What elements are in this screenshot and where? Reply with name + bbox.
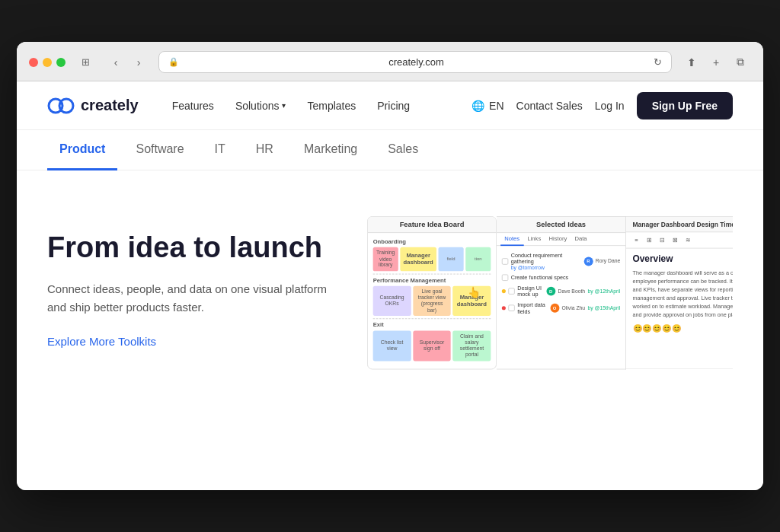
task-label-1: Conduct requirement gathering by @tomorr… bbox=[511, 252, 581, 271]
board-content: Onboarding Training video library Manage… bbox=[368, 233, 496, 368]
contact-sales-link[interactable]: Contact Sales bbox=[516, 100, 583, 112]
traffic-lights bbox=[29, 58, 66, 67]
tab-sales[interactable]: Sales bbox=[376, 130, 430, 170]
task-item-4: Import data fields O Olivia Zhu by @15th… bbox=[502, 300, 621, 317]
onboarding-section: Onboarding bbox=[373, 238, 491, 245]
task-item-2: Create functional specs bbox=[502, 272, 621, 283]
tab-it[interactable]: IT bbox=[203, 130, 238, 170]
tab-icon: ⊞ bbox=[75, 52, 96, 73]
navbar: creately Features Solutions ▾ Templates … bbox=[17, 81, 763, 130]
performance-stickies: Cascading OKRs Live goal tracker view (p… bbox=[373, 286, 491, 316]
format-icon-5[interactable]: ≋ bbox=[683, 235, 694, 246]
overview-description: The manager dashboard will serve as a ce… bbox=[633, 269, 734, 319]
tab-product[interactable]: Product bbox=[47, 130, 117, 170]
task-item-3: Design UI mock up D Dave Booth by @12thA… bbox=[502, 283, 621, 300]
task-label-2: Create functional specs bbox=[511, 275, 621, 282]
url-text: creately.com bbox=[185, 56, 647, 68]
tab-data[interactable]: Data bbox=[571, 233, 590, 245]
selected-ideas-panel: Selected Ideas Notes Links History Data bbox=[497, 216, 626, 369]
tab-links[interactable]: Links bbox=[523, 233, 545, 245]
board-title: Feature Idea Board bbox=[368, 217, 496, 233]
hero-section: From idea to launch Connect ideas, peopl… bbox=[17, 170, 763, 490]
nav-templates[interactable]: Templates bbox=[298, 94, 365, 118]
website-content: creately Features Solutions ▾ Templates … bbox=[17, 81, 763, 490]
new-tab-button[interactable]: + bbox=[705, 52, 727, 73]
manager-dashboard-design-panel: Manager Dashboard Design Timeline ≡ ⊞ ⊟ … bbox=[626, 216, 733, 369]
manager-dashboard-sticky: Manager dashboard bbox=[400, 247, 436, 271]
dashboard-visualization: Feature Idea Board Onboarding Training v… bbox=[367, 216, 733, 444]
share-button[interactable]: ⬆ bbox=[681, 52, 702, 73]
claim-sticky: Claim and salary settlement portal bbox=[452, 331, 491, 361]
back-button[interactable]: ‹ bbox=[105, 52, 126, 73]
placeholder-sticky-2: tion bbox=[465, 247, 491, 271]
minimize-window-button[interactable] bbox=[43, 58, 52, 67]
exit-stickies: Check list view Supervisor sign off Clai… bbox=[373, 331, 491, 361]
task-checkbox-3[interactable] bbox=[508, 288, 515, 295]
date-task4: by @15thApril bbox=[588, 305, 621, 311]
nav-solutions[interactable]: Solutions ▾ bbox=[226, 94, 296, 118]
performance-section: Performance Management bbox=[373, 277, 491, 284]
person-olivia: Olivia Zhu bbox=[562, 305, 586, 311]
logo-icon bbox=[47, 97, 75, 114]
viz-container: Feature Idea Board Onboarding Training v… bbox=[367, 216, 733, 369]
priority-dot-4 bbox=[502, 306, 506, 310]
nav-features[interactable]: Features bbox=[163, 94, 223, 118]
cascading-okrs-sticky: Cascading OKRs bbox=[373, 286, 411, 316]
hero-text: From idea to launch Connect ideas, peopl… bbox=[47, 216, 337, 349]
hero-subtitle: Connect ideas, people, and data on one v… bbox=[47, 280, 337, 317]
divider-2 bbox=[373, 318, 491, 319]
divider-1 bbox=[373, 273, 491, 274]
avatar-dave: D bbox=[546, 287, 555, 296]
tabs-button[interactable]: ⧉ bbox=[730, 52, 751, 73]
design-panel-content: Overview The manager dashboard will serv… bbox=[626, 249, 733, 339]
logo[interactable]: creately bbox=[47, 97, 139, 114]
priority-dot-3 bbox=[502, 289, 506, 293]
maximize-window-button[interactable] bbox=[56, 58, 66, 67]
tab-notes[interactable]: Notes bbox=[500, 233, 523, 246]
category-tabs: Product Software IT HR Marketing Sales bbox=[17, 130, 763, 170]
close-window-button[interactable] bbox=[29, 58, 38, 67]
format-icon-4[interactable]: ⊠ bbox=[670, 235, 681, 246]
training-sticky: Training video library bbox=[373, 247, 398, 271]
onboarding-stickies: Training video library Manager dashboard… bbox=[373, 247, 491, 271]
nav-links: Features Solutions ▾ Templates Pricing bbox=[163, 94, 447, 118]
format-icon-2[interactable]: ⊞ bbox=[644, 235, 655, 246]
manager-db-sticky: Manager dashboard bbox=[452, 286, 491, 316]
feature-idea-board: Feature Idea Board Onboarding Training v… bbox=[367, 216, 497, 369]
browser-window: ⊞ ‹ › 🔒 creately.com ↻ ⬆ + ⧉ bbox=[17, 42, 763, 490]
task-checkbox-4[interactable] bbox=[508, 304, 515, 311]
browser-actions: ⬆ + ⧉ bbox=[681, 52, 751, 73]
browser-controls: ⊞ ‹ › 🔒 creately.com ↻ ⬆ + ⧉ bbox=[29, 51, 751, 73]
logo-wordmark: creately bbox=[81, 97, 139, 114]
language-selector[interactable]: 🌐 EN bbox=[472, 100, 503, 112]
nav-pricing[interactable]: Pricing bbox=[368, 94, 419, 118]
explore-toolkits-link[interactable]: Explore More Toolkits bbox=[47, 335, 156, 348]
date-task3: by @12thApril bbox=[588, 288, 621, 295]
reload-icon[interactable]: ↻ bbox=[654, 56, 662, 68]
globe-icon: 🌐 bbox=[472, 100, 484, 112]
live-goal-sticky: Live goal tracker view (progress bar) bbox=[413, 286, 451, 316]
tab-marketing[interactable]: Marketing bbox=[292, 130, 369, 170]
task-checkbox-1[interactable] bbox=[502, 258, 509, 265]
tab-history[interactable]: History bbox=[545, 233, 571, 245]
task-checkbox-2[interactable] bbox=[502, 275, 509, 282]
selected-ideas-title: Selected Ideas bbox=[497, 217, 625, 233]
browser-chrome: ⊞ ‹ › 🔒 creately.com ↻ ⬆ + ⧉ bbox=[17, 42, 763, 81]
tab-hr[interactable]: HR bbox=[244, 130, 286, 170]
tab-software[interactable]: Software bbox=[123, 130, 196, 170]
address-bar[interactable]: 🔒 creately.com ↻ bbox=[158, 51, 672, 73]
nav-right: 🌐 EN Contact Sales Log In Sign Up Free bbox=[472, 92, 733, 119]
overview-title: Overview bbox=[633, 253, 734, 264]
login-button[interactable]: Log In bbox=[595, 100, 625, 112]
signup-button[interactable]: Sign Up Free bbox=[637, 92, 733, 119]
format-icon-3[interactable]: ⊟ bbox=[657, 235, 668, 246]
forward-button[interactable]: › bbox=[128, 52, 149, 73]
supervisor-sticky: Supervisor sign off bbox=[413, 331, 451, 361]
format-icon-1[interactable]: ≡ bbox=[631, 235, 642, 246]
avatar-rory: R bbox=[584, 256, 593, 266]
chevron-down-icon: ▾ bbox=[282, 101, 286, 110]
check-list-sticky: Check list view bbox=[373, 331, 411, 361]
lock-icon: 🔒 bbox=[168, 57, 179, 67]
avatar-olivia: O bbox=[550, 304, 559, 313]
design-panel-title: Manager Dashboard Design Timeline bbox=[626, 217, 733, 232]
